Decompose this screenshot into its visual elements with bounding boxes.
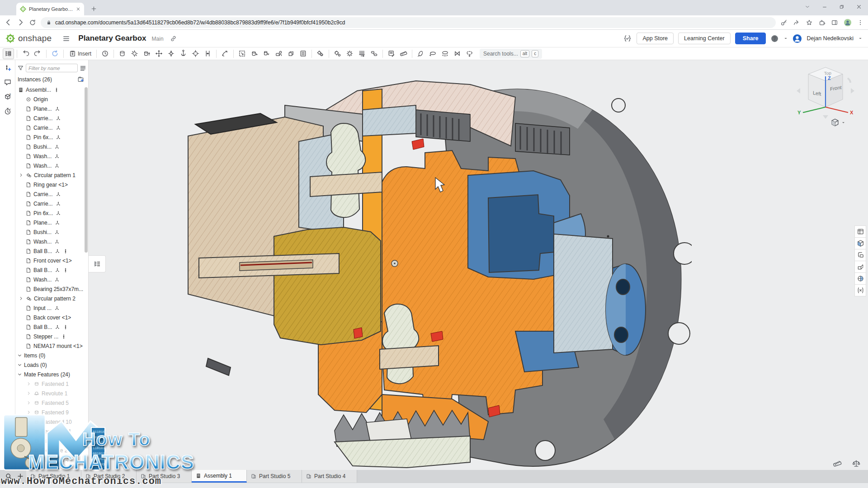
fastened-mate-button[interactable] xyxy=(117,48,128,59)
tree-item-fastened-1[interactable]: Fastened 1 xyxy=(15,379,88,389)
filter-input[interactable] xyxy=(26,64,78,72)
box-select-button[interactable] xyxy=(236,48,248,59)
forward-icon[interactable] xyxy=(17,19,24,26)
user-name[interactable]: Dejan Nedelkovski xyxy=(807,35,854,42)
chevron-down-icon[interactable] xyxy=(17,372,22,377)
chevron-right-icon[interactable] xyxy=(26,410,31,415)
window-restore-icon[interactable] xyxy=(839,4,844,9)
configurations-panel-button[interactable] xyxy=(854,284,866,296)
tree-item-wash[interactable]: Wash... xyxy=(15,151,88,161)
browser-tab[interactable]: Planetary Gearbox | Assembly 1 xyxy=(16,3,84,15)
tree-item-bearing-25x37x7m[interactable]: Bearing 25x37x7m... xyxy=(15,284,88,294)
share-page-icon[interactable] xyxy=(793,19,800,26)
move-instance-button[interactable] xyxy=(261,48,272,59)
measure-status-icon[interactable] xyxy=(833,459,842,468)
tree-item-fastened-2[interactable]: Fastened 2 xyxy=(15,436,88,446)
document-menu-icon[interactable] xyxy=(62,35,70,42)
history-panel-icon[interactable] xyxy=(4,107,12,115)
feature-script-icon[interactable] xyxy=(623,34,632,43)
workspace-name[interactable]: Main xyxy=(152,36,164,42)
tree-item-fastened-4[interactable]: Fastened 4 xyxy=(15,455,88,465)
exploded-rotate-button[interactable] xyxy=(415,48,426,59)
tree-item-mate-features-24[interactable]: Mate Features (24) xyxy=(15,370,88,379)
tree-item-carrie[interactable]: Carrie... xyxy=(15,199,88,208)
chevron-right-icon[interactable] xyxy=(18,296,24,301)
ball-mate-button[interactable] xyxy=(178,48,189,59)
comments-panel-icon[interactable] xyxy=(4,78,12,86)
collision-check-button[interactable] xyxy=(452,48,463,59)
tree-item-items-0[interactable]: Items (0) xyxy=(15,351,88,360)
doc-tab-part-studio-1[interactable]: Part Studio 1 xyxy=(26,470,81,483)
view-cube[interactable]: Top Left Front Z X Y xyxy=(796,65,855,120)
chevron-down-icon[interactable] xyxy=(17,362,22,367)
insert-mate-connector-button[interactable] xyxy=(273,48,284,59)
interference-check-button[interactable] xyxy=(315,48,326,59)
cylindrical-mate-button[interactable] xyxy=(165,48,177,59)
share-button[interactable]: Share xyxy=(735,33,766,44)
selection-sets-button[interactable] xyxy=(854,249,866,261)
bill-of-materials-button[interactable] xyxy=(297,48,309,59)
part-planet-pin-top[interactable] xyxy=(310,172,382,197)
part-bottom-gear-teeth[interactable] xyxy=(335,410,470,468)
update-linked-documents-button[interactable] xyxy=(49,48,61,59)
side-panel-icon[interactable] xyxy=(831,19,838,26)
chevron-right-icon[interactable] xyxy=(26,457,31,462)
search-tabs-icon[interactable] xyxy=(3,470,14,483)
snap-mode-button[interactable] xyxy=(219,48,231,59)
share-link-icon[interactable] xyxy=(170,35,177,42)
tree-item-circular-pattern-2[interactable]: Circular pattern 2 xyxy=(15,294,88,303)
tree-item-ball-b[interactable]: Ball B... xyxy=(15,265,88,275)
insert-parts-button[interactable]: Insert xyxy=(66,48,94,59)
doc-tab-part-studio-4[interactable]: Part Studio 4 xyxy=(302,470,357,483)
history-button[interactable] xyxy=(99,48,111,59)
slider-mate-button[interactable] xyxy=(141,48,152,59)
tab-close-icon[interactable] xyxy=(76,7,80,11)
tree-item-fastened-9[interactable]: Fastened 9 xyxy=(15,408,88,417)
chevron-right-icon[interactable] xyxy=(26,381,31,386)
mate-connector-panel-icon[interactable] xyxy=(4,64,12,72)
help-icon[interactable]: ? xyxy=(770,34,779,43)
assembly-3d-viewport[interactable]: Top Left Front Z X Y xyxy=(89,60,868,470)
user-avatar[interactable] xyxy=(793,34,802,43)
onshape-logo[interactable]: onshape xyxy=(5,33,52,43)
measure-tool-button[interactable] xyxy=(398,48,409,59)
browser-profile-avatar[interactable] xyxy=(844,19,852,27)
chevron-right-icon[interactable] xyxy=(26,419,31,424)
tree-item-bushi[interactable]: Bushi... xyxy=(15,227,88,237)
tree-item-revolute-2[interactable]: Revolute 2 xyxy=(15,446,88,455)
tree-item-pin-6x[interactable]: Pin 6x... xyxy=(15,132,88,142)
display-states-button[interactable] xyxy=(854,237,866,249)
add-tab-icon[interactable] xyxy=(14,470,26,483)
tree-item-carrie[interactable]: Carrie... xyxy=(15,189,88,199)
browser-menu-icon[interactable] xyxy=(857,19,863,26)
doc-tab-part-studio-3[interactable]: Part Studio 3 xyxy=(137,470,192,483)
create-drawing-button[interactable] xyxy=(386,48,397,59)
where-used-panel-icon[interactable]: ? xyxy=(4,93,12,101)
document-title[interactable]: Planetary Gearbox xyxy=(78,34,146,43)
learning-center-button[interactable]: Learning Center xyxy=(678,33,731,44)
tree-item-nema17-mount-1[interactable]: NEMA17 mount <1> xyxy=(15,341,88,351)
list-options-icon[interactable] xyxy=(80,65,86,71)
tree-item-wash[interactable]: Wash... xyxy=(15,161,88,170)
tree-item-fastened-10[interactable]: Fastened 10 xyxy=(15,417,88,427)
gearbox-cutaway-model[interactable] xyxy=(172,78,692,470)
bom-table-panel-button[interactable] xyxy=(854,225,866,238)
back-icon[interactable] xyxy=(5,19,12,26)
tree-item-ball-b[interactable]: Ball B... xyxy=(15,322,88,332)
tree-item-ball-b[interactable]: Ball B... xyxy=(15,246,88,256)
animate-button[interactable] xyxy=(464,48,475,59)
rotate-instance-button[interactable] xyxy=(249,48,260,59)
tree-item-fastened-5[interactable]: Fastened 5 xyxy=(15,398,88,408)
help-dropdown-icon[interactable] xyxy=(783,36,788,41)
address-bar[interactable]: cad.onshape.com/documents/5a13d645118279… xyxy=(41,17,776,28)
parallel-mate-button[interactable] xyxy=(202,48,213,59)
app-store-button[interactable]: App Store xyxy=(637,33,674,44)
tree-item-revolute-1[interactable]: Revolute 1 xyxy=(15,389,88,398)
search-tools-box[interactable]: Search tools... alt c xyxy=(480,49,542,59)
redo-button[interactable] xyxy=(32,48,43,59)
tree-item-wash[interactable]: Wash... xyxy=(15,275,88,284)
tree-item-loads-0[interactable]: Loads (0) xyxy=(15,360,88,370)
tree-item-input[interactable]: Input ... xyxy=(15,303,88,313)
gear-relation-button[interactable] xyxy=(332,48,343,59)
reload-icon[interactable] xyxy=(29,19,36,26)
